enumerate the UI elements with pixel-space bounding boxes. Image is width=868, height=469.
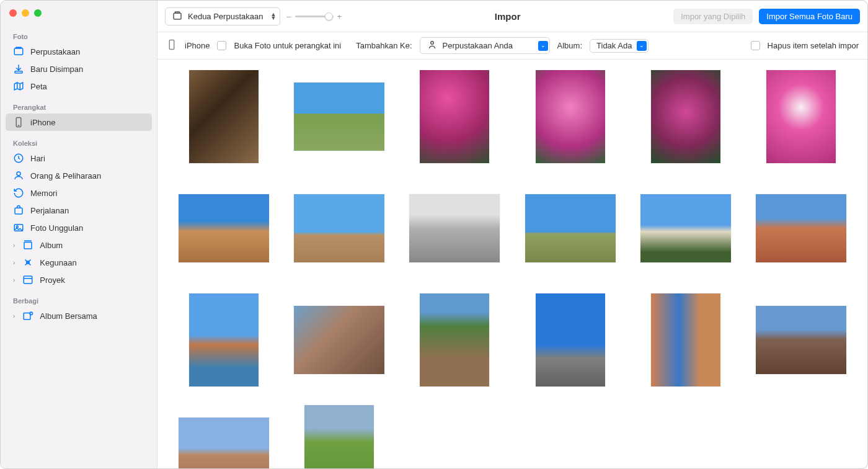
sidebar-item-album[interactable]: › Album xyxy=(6,236,152,254)
add-to-select[interactable]: Perpustakaan Anda ⌄ xyxy=(420,37,550,54)
photo-thumbnail[interactable] xyxy=(632,65,740,169)
photo-thumbnail[interactable] xyxy=(285,176,393,280)
photo-image xyxy=(304,405,374,468)
phone-icon xyxy=(13,117,24,128)
photo-thumbnail[interactable] xyxy=(516,288,624,392)
photo-thumbnail[interactable] xyxy=(285,288,393,392)
zoom-in-button[interactable]: + xyxy=(337,12,342,21)
photo-thumbnail[interactable] xyxy=(170,65,278,169)
album-label: Album: xyxy=(557,41,582,50)
photo-thumbnail[interactable] xyxy=(170,400,278,468)
app-window: Foto Perpustakaan Baru Disimpan Peta Per… xyxy=(0,0,868,469)
sidebar-item-label: Album Bersama xyxy=(40,311,97,321)
chevron-right-icon: › xyxy=(13,277,15,284)
photo-image xyxy=(294,306,384,374)
chevron-right-icon: › xyxy=(13,242,15,249)
person-icon xyxy=(427,39,438,52)
thumbnail-grid-area xyxy=(157,60,867,468)
sidebar-item-kegunaan[interactable]: › Kegunaan xyxy=(6,254,152,271)
sidebar-item-perjalanan[interactable]: Perjalanan xyxy=(6,202,152,219)
sidebar-item-orang[interactable]: Orang & Peliharaan xyxy=(6,167,152,184)
photo-image xyxy=(409,194,500,262)
import-selected-button[interactable]: Impor yang Dipilih xyxy=(673,9,753,24)
sidebar-item-label: Memori xyxy=(30,189,57,198)
featured-icon xyxy=(13,222,24,233)
sidebar-item-label: Proyek xyxy=(40,275,64,285)
photo-thumbnail[interactable] xyxy=(401,288,508,392)
photo-thumbnail[interactable] xyxy=(632,176,740,280)
photo-image xyxy=(766,70,836,163)
device-name: iPhone xyxy=(185,41,210,50)
thumbnail-grid xyxy=(170,65,855,468)
open-for-device-checkbox[interactable] xyxy=(217,41,226,50)
photo-image xyxy=(536,293,605,386)
sidebar-item-perpustakaan[interactable]: Perpustakaan xyxy=(6,43,152,60)
sidebar-item-label: Kegunaan xyxy=(40,258,76,267)
sidebar-item-album-bersama[interactable]: › Album Bersama xyxy=(6,307,152,324)
svg-point-6 xyxy=(17,172,20,176)
photo-image xyxy=(536,70,605,163)
import-options-bar: iPhone Buka Foto untuk perangkat ini Tam… xyxy=(157,32,867,60)
toolbar: Kedua Perpustakaan ▲▼ – + Impor Impor ya… xyxy=(157,1,867,32)
svg-rect-18 xyxy=(175,12,180,13)
photo-thumbnail[interactable] xyxy=(747,176,855,280)
zoom-out-button[interactable]: – xyxy=(286,12,291,21)
window-controls xyxy=(1,7,157,29)
map-icon xyxy=(13,81,24,92)
photo-thumbnail[interactable] xyxy=(516,65,624,169)
memories-icon xyxy=(13,187,24,199)
photo-image xyxy=(525,194,616,262)
zoom-control: – + xyxy=(286,12,342,21)
photo-image xyxy=(756,194,846,262)
sidebar-item-memori[interactable]: Memori xyxy=(6,184,152,202)
photo-thumbnail[interactable] xyxy=(285,65,393,169)
open-for-device-label: Buka Foto untuk perangkat ini xyxy=(234,41,341,50)
photo-thumbnail[interactable] xyxy=(285,400,393,468)
close-window-button[interactable] xyxy=(9,9,17,17)
sidebar-item-label: Orang & Peliharaan xyxy=(30,171,101,181)
svg-rect-17 xyxy=(174,13,181,19)
sidebar-item-proyek[interactable]: › Proyek xyxy=(6,271,152,288)
library-filter-dropdown[interactable]: Kedua Perpustakaan ▲▼ xyxy=(165,7,280,25)
import-all-button[interactable]: Impor Semua Foto Baru xyxy=(759,9,860,24)
toolbar-title: Impor xyxy=(348,11,667,22)
chevron-down-icon: ⌄ xyxy=(637,41,647,51)
photo-thumbnail[interactable] xyxy=(747,65,855,169)
svg-point-9 xyxy=(16,226,18,228)
sidebar-item-baru-disimpan[interactable]: Baru Disimpan xyxy=(6,60,152,78)
svg-rect-15 xyxy=(24,313,31,320)
photo-thumbnail[interactable] xyxy=(170,288,278,392)
chevron-right-icon: › xyxy=(13,313,15,319)
zoom-slider-thumb[interactable] xyxy=(325,12,333,20)
album-select[interactable]: Tidak Ada ⌄ xyxy=(590,39,649,53)
updown-arrows-icon: ▲▼ xyxy=(268,12,276,20)
maximize-window-button[interactable] xyxy=(34,9,42,17)
svg-rect-2 xyxy=(15,71,22,73)
sidebar-item-peta[interactable]: Peta xyxy=(6,78,152,95)
photo-image xyxy=(420,293,489,386)
photo-thumbnail[interactable] xyxy=(632,288,740,392)
photo-thumbnail[interactable] xyxy=(747,288,855,392)
photo-thumbnail[interactable] xyxy=(516,176,624,280)
sidebar-item-label: Foto Unggulan xyxy=(30,223,83,233)
delete-after-import-checkbox[interactable] xyxy=(751,41,760,50)
photo-image xyxy=(179,418,269,468)
library-stack-icon xyxy=(172,10,183,23)
photo-thumbnail[interactable] xyxy=(401,65,508,169)
sidebar-item-foto-unggulan[interactable]: Foto Unggulan xyxy=(6,219,152,236)
sidebar: Foto Perpustakaan Baru Disimpan Peta Per… xyxy=(1,1,157,468)
minimize-window-button[interactable] xyxy=(22,9,29,17)
sidebar-item-hari[interactable]: Hari xyxy=(6,150,152,167)
album-icon xyxy=(22,239,33,251)
sidebar-item-iphone[interactable]: iPhone xyxy=(6,114,152,131)
photo-image xyxy=(651,70,720,163)
chevron-down-icon: ⌄ xyxy=(538,41,548,51)
zoom-slider[interactable] xyxy=(295,16,334,17)
photo-image xyxy=(189,293,259,386)
section-koleksi-title: Koleksi xyxy=(1,136,157,150)
sidebar-item-label: Perjalanan xyxy=(30,206,69,215)
photo-thumbnail[interactable] xyxy=(401,176,508,280)
people-icon xyxy=(13,170,24,181)
photo-thumbnail[interactable] xyxy=(170,176,278,280)
sidebar-item-label: Perpustakaan xyxy=(30,47,80,56)
